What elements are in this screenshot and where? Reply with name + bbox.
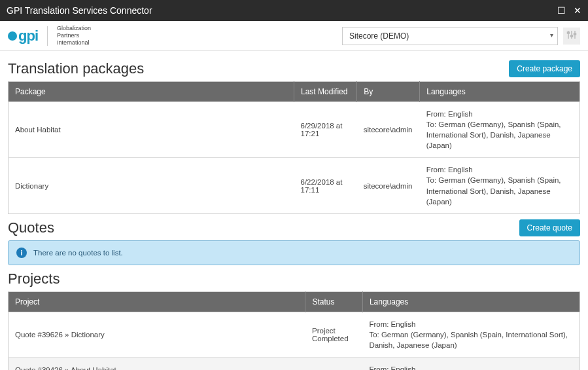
project-name: Quote #39626 » Dictionary	[9, 312, 305, 357]
table-row[interactable]: Quote #39426 » About Habitat Import Tran…	[9, 358, 580, 370]
packages-table: Package Last Modified By Languages About…	[8, 81, 580, 214]
app-header: gpi Globalization Partners International…	[0, 21, 588, 51]
col-project: Project	[9, 291, 305, 312]
window-titlebar: GPI Translation Services Connector ☐ ✕	[0, 0, 588, 21]
info-icon: i	[16, 248, 27, 258]
quotes-section-head: Quotes Create quote	[8, 219, 580, 236]
create-quote-button[interactable]: Create quote	[519, 219, 580, 236]
logo-text: gpi	[18, 28, 38, 45]
col-languages: Languages	[420, 82, 580, 102]
table-row[interactable]: About Habitat 6/29/2018 at 17:21 sitecor…	[9, 102, 580, 158]
create-package-button[interactable]: Create package	[509, 60, 580, 77]
table-row[interactable]: Dictionary 6/22/2018 at 17:11 sitecore\a…	[9, 158, 580, 213]
logo-divider	[47, 26, 48, 46]
col-status: Status	[305, 291, 362, 312]
maximize-icon[interactable]: ☐	[557, 5, 566, 16]
package-modified: 6/22/2018 at 17:11	[294, 158, 357, 213]
table-row[interactable]: Quote #39626 » Dictionary Project Comple…	[9, 312, 580, 357]
project-languages: From: English To: German (Germany), Span…	[362, 312, 579, 357]
packages-section-head: Translation packages Create package	[8, 60, 580, 77]
gpi-logo: gpi Globalization Partners International	[8, 25, 91, 46]
svg-rect-5	[574, 33, 576, 35]
project-cell: Quote #39426 » About Habitat Import Tran…	[9, 358, 305, 370]
logo-mark: gpi	[8, 28, 38, 45]
package-modified: 6/29/2018 at 17:21	[294, 102, 357, 158]
header-right: Sitecore (DEMO)	[342, 27, 580, 45]
projects-table: Project Status Languages Quote #39626 » …	[8, 291, 580, 370]
col-package: Package	[9, 82, 294, 102]
settings-button[interactable]	[563, 28, 580, 45]
package-name: About Habitat	[9, 102, 294, 158]
package-by: sitecore\admin	[357, 102, 420, 158]
window-title: GPI Translation Services Connector	[7, 5, 152, 16]
project-status: Project Completed	[305, 358, 362, 370]
project-languages: From: English To: German (Germany), Span…	[362, 358, 579, 370]
logo-dot-icon	[8, 31, 17, 41]
projects-section-head: Projects	[8, 270, 580, 287]
col-modified: Last Modified	[294, 82, 357, 102]
quotes-heading: Quotes	[8, 219, 54, 236]
quotes-empty-text: There are no quotes to list.	[33, 249, 123, 257]
window-controls: ☐ ✕	[557, 5, 581, 16]
packages-heading: Translation packages	[8, 60, 144, 77]
close-icon[interactable]: ✕	[574, 5, 581, 16]
sliders-icon	[566, 29, 577, 42]
col-proj-languages: Languages	[362, 291, 579, 312]
project-status: Project Completed	[305, 312, 362, 357]
package-languages: From: English To: German (Germany), Span…	[420, 102, 580, 158]
col-by: By	[357, 82, 420, 102]
quotes-empty-info: i There are no quotes to list.	[8, 240, 580, 265]
content: Translation packages Create package Pack…	[0, 51, 588, 370]
site-select-value: Sitecore (DEMO)	[349, 31, 409, 41]
project-name: Quote #39426 » About Habitat	[15, 366, 116, 370]
logo-tagline: Globalization Partners International	[57, 25, 91, 46]
site-select[interactable]: Sitecore (DEMO)	[342, 27, 558, 45]
svg-rect-3	[568, 32, 570, 33]
package-languages: From: English To: German (Germany), Span…	[420, 158, 580, 213]
package-by: sitecore\admin	[357, 158, 420, 213]
svg-rect-4	[571, 35, 573, 37]
package-name: Dictionary	[9, 158, 294, 213]
projects-heading: Projects	[8, 270, 60, 287]
